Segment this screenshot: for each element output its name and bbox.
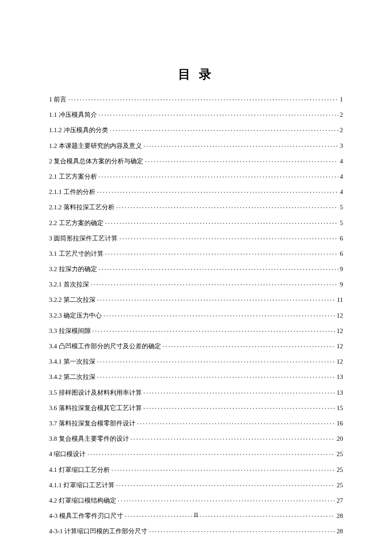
toc-entry-page: 12 — [337, 343, 343, 350]
toc-entry: 4.1 灯罩缩口工艺分析25 — [49, 465, 343, 473]
toc-entry-label: 1 前言 — [49, 96, 66, 103]
toc-entry-label: 3.1 工艺尺寸的计算 — [49, 251, 104, 257]
toc-leader-dots — [99, 265, 338, 271]
toc-entry-page: 25 — [337, 451, 343, 457]
toc-entry: 3.3 拉深模间隙12 — [49, 327, 343, 334]
toc-entry-page: 12 — [337, 328, 343, 334]
toc-entry-page: 3 — [340, 143, 343, 149]
toc-entry-label: 3.4.1 第一次拉深 — [49, 358, 95, 365]
toc-entry-label: 1.1.2 冲压模具的分类 — [49, 127, 108, 133]
toc-entry-label: 3.2.1 首次拉深 — [49, 281, 89, 288]
toc-entry: 3.2.3 确定压力中心12 — [49, 311, 343, 319]
toc-leader-dots — [97, 295, 335, 302]
toc-entry: 2.1.2 落料拉深工艺分析5 — [49, 203, 343, 211]
toc-leader-dots — [99, 172, 338, 179]
toc-entry: 3.5 排样图设计及材料利用率计算13 — [49, 388, 343, 396]
toc-entry: 3.6 落料拉深复合模其它工艺计算15 — [49, 404, 343, 411]
toc-entry: 2.1.1 工件的分析4 — [49, 188, 343, 195]
toc-entry-page: 15 — [337, 405, 343, 411]
toc-entry-label: 1.2 本课题主要研究的内容及意义 — [49, 143, 142, 149]
toc-entry: 1.2 本课题主要研究的内容及意义3 — [49, 142, 343, 149]
toc-entry-label: 4.2 灯罩缩口模结构确定 — [49, 497, 116, 504]
toc-entry-label: 2.1.2 落料拉深工艺分析 — [49, 204, 115, 211]
toc-entry-label: 4 缩口模设计 — [49, 451, 86, 457]
toc-entry-page: 6 — [340, 251, 343, 257]
toc-entry-label: 3.6 落料拉深复合模其它工艺计算 — [49, 405, 142, 411]
toc-entry: 2.1 工艺方案分析4 — [49, 172, 343, 180]
toc-entry-label: 4-3-1 计算缩口凹模的工作部分尺寸 — [49, 528, 147, 535]
toc-entry-page: 11 — [337, 297, 343, 303]
toc-entry-page: 28 — [337, 528, 343, 535]
toc-entry-label: 3.2 拉深力的确定 — [49, 266, 97, 272]
toc-entry-page: 6 — [340, 235, 343, 242]
toc-entry: 1 前言1 — [49, 95, 343, 103]
toc-entry-label: 3.7 落料拉深复合模零部件设计 — [49, 420, 135, 427]
toc-entry: 4 缩口模设计25 — [49, 450, 343, 457]
toc-leader-dots — [137, 419, 335, 425]
toc-leader-dots — [99, 110, 338, 117]
toc-entry-label: 3.2.3 确定压力中心 — [49, 312, 102, 319]
toc-entry-page: 2 — [340, 112, 343, 118]
toc-entry: 2.2 工艺方案的确定5 — [49, 219, 343, 226]
toc-leader-dots — [145, 157, 338, 163]
toc-leader-dots — [116, 203, 338, 209]
toc-entry-label: 3.4.2 第二次拉深 — [49, 374, 95, 380]
toc-entry-page: 4 — [340, 189, 343, 195]
toc-entry: 3.4.1 第一次拉深12 — [49, 357, 343, 365]
toc-entry-label: 2.1.1 工件的分析 — [49, 189, 95, 195]
toc-entry-label: 3.3 拉深模间隙 — [49, 328, 91, 334]
toc-entry-page: 16 — [337, 420, 343, 427]
toc-entry-page: 4 — [340, 173, 343, 180]
toc-entry-page: 20 — [337, 436, 343, 442]
toc-entry-page: 5 — [340, 204, 343, 211]
toc-entry-page: 25 — [337, 467, 343, 473]
toc-entry: 3.4.2 第二次拉深13 — [49, 373, 343, 380]
toc-entry-page: 25 — [337, 482, 343, 489]
toc-leader-dots — [105, 249, 338, 256]
toc-entry-page: 13 — [337, 390, 343, 396]
toc-entry-label: 2.2 工艺方案的确定 — [49, 220, 104, 226]
toc-entry: 3.8 复合模具主要零件的设计20 — [49, 434, 343, 442]
toc-entry: 2 复合模具总体方案的分析与确定4 — [49, 157, 343, 165]
toc-leader-dots — [118, 496, 335, 503]
toc-entry-label: 4.1 灯罩缩口工艺分析 — [49, 467, 110, 473]
toc-leader-dots — [131, 434, 335, 441]
toc-leader-dots — [87, 450, 335, 456]
toc-leader-dots — [144, 388, 335, 395]
toc-entry-label: 4.1.1 灯罩缩口工艺计算 — [49, 482, 115, 489]
toc-entry: 3.4 凸凹模工作部分的尺寸及公差的确定12 — [49, 342, 343, 350]
page-footer: II — [0, 512, 392, 519]
toc-entry-page: 4 — [340, 158, 343, 165]
toc-leader-dots — [97, 357, 335, 364]
toc-entry: 3.2 拉深力的确定9 — [49, 265, 343, 272]
toc-entry-page: 27 — [337, 497, 343, 504]
toc-leader-dots — [112, 465, 335, 472]
toc-entry: 3.7 落料拉深复合模零部件设计16 — [49, 419, 343, 427]
toc-entry-label: 2 复合模具总体方案的分析与确定 — [49, 158, 143, 165]
toc-leader-dots — [97, 188, 338, 194]
toc-leader-dots — [110, 126, 338, 132]
toc-entry-page: 5 — [340, 220, 343, 226]
toc-leader-dots — [105, 219, 338, 225]
toc-entry-page: 9 — [340, 266, 343, 272]
toc-entry: 1.1.2 冲压模具的分类2 — [49, 126, 343, 133]
toc-leader-dots — [104, 311, 335, 318]
toc-title: 目 录 — [49, 66, 343, 83]
toc-list: 1 前言11.1 冲压模具简介21.1.2 冲压模具的分类21.2 本课题主要研… — [49, 95, 343, 535]
toc-leader-dots — [163, 342, 335, 348]
toc-entry: 4.2 灯罩缩口模结构确定27 — [49, 496, 343, 504]
toc-entry-label: 3.4 凸凹模工作部分的尺寸及公差的确定 — [49, 343, 161, 350]
document-page: 目 录 1 前言11.1 冲压模具简介21.1.2 冲压模具的分类21.2 本课… — [0, 0, 392, 535]
toc-leader-dots — [116, 481, 335, 487]
toc-entry-page: 1 — [340, 96, 343, 103]
toc-entry-page: 12 — [337, 312, 343, 319]
toc-entry-label: 3.2.2 第二次拉深 — [49, 297, 95, 303]
toc-entry-label: 2.1 工艺方案分析 — [49, 173, 97, 180]
toc-leader-dots — [144, 142, 338, 148]
toc-leader-dots — [68, 95, 338, 101]
toc-leader-dots — [149, 527, 335, 533]
toc-entry-label: 1.1 冲压模具简介 — [49, 112, 97, 118]
toc-entry-page: 13 — [337, 374, 343, 380]
toc-entry-label: 3.8 复合模具主要零件的设计 — [49, 436, 129, 442]
toc-leader-dots — [91, 280, 338, 286]
